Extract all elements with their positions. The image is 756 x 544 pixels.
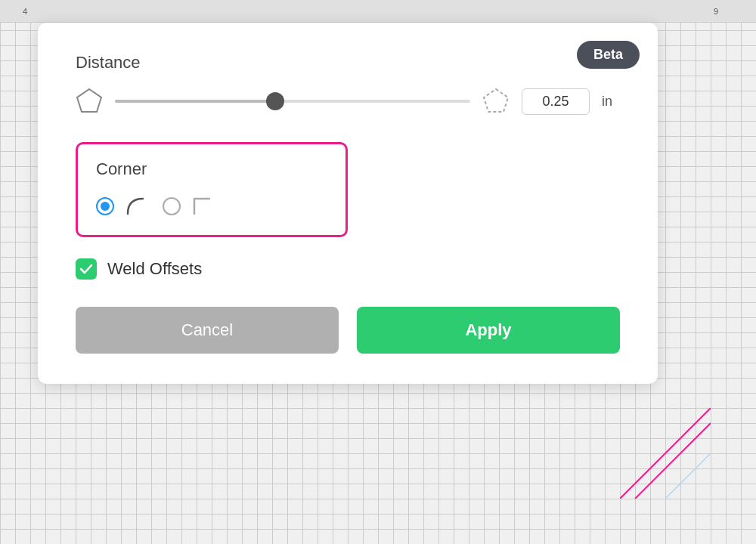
beta-badge: Beta [577, 41, 640, 69]
button-row: Cancel Apply [76, 307, 620, 354]
corner-label: Corner [96, 159, 327, 179]
weld-offsets-checkbox[interactable] [76, 258, 97, 280]
corner-rounded-icon [122, 193, 149, 220]
weld-offsets-row: Weld Offsets [76, 258, 620, 280]
svg-line-0 [620, 408, 711, 499]
svg-line-1 [635, 423, 711, 499]
pentagon-solid-icon [76, 88, 103, 115]
distance-label: Distance [76, 53, 620, 73]
apply-button[interactable]: Apply [357, 307, 620, 354]
cancel-button[interactable]: Cancel [76, 307, 339, 354]
weld-offsets-label: Weld Offsets [107, 259, 202, 279]
distance-section: Distance in [76, 53, 620, 115]
distance-value-input[interactable] [522, 88, 590, 115]
checkmark-icon [79, 262, 93, 276]
distance-slider[interactable] [115, 100, 470, 103]
ruler-top: 4 9 [0, 0, 756, 23]
svg-marker-4 [484, 89, 508, 112]
corner-section: Corner [76, 142, 348, 237]
distance-unit: in [602, 94, 620, 110]
dialog-panel: Beta Distance in Corner [38, 23, 658, 384]
slider-fill [115, 100, 275, 103]
ruler-num-right: 9 [714, 7, 718, 16]
pentagon-dashed-icon [482, 88, 510, 115]
decorative-lines [620, 408, 711, 499]
svg-marker-3 [77, 89, 101, 112]
corner-sharp-icon [188, 193, 215, 220]
corner-sharp-radio[interactable] [163, 197, 181, 215]
distance-row: in [76, 88, 620, 115]
corner-options [96, 193, 327, 220]
svg-line-2 [665, 453, 711, 499]
ruler-num-left: 4 [23, 7, 27, 16]
slider-thumb[interactable] [266, 92, 284, 110]
corner-rounded-radio[interactable] [96, 197, 114, 215]
